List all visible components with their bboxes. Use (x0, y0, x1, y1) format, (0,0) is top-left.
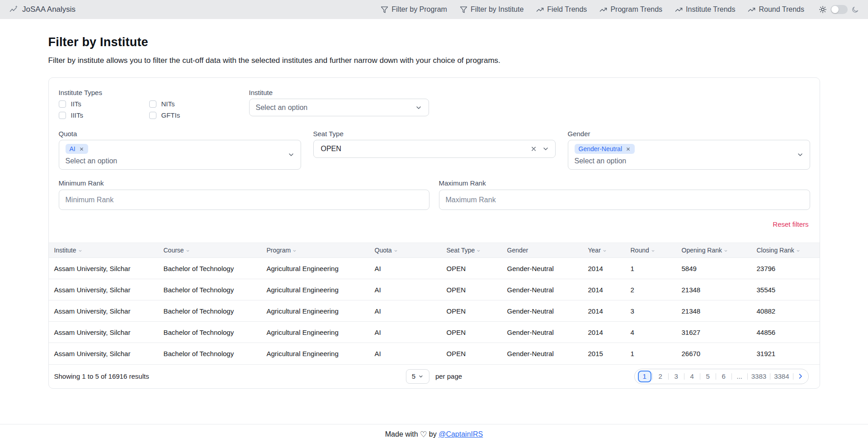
cell: 31627 (676, 322, 751, 343)
clear-icon[interactable] (530, 146, 537, 152)
brand-label: JoSAA Analysis (22, 5, 75, 14)
page-button-2[interactable]: 2 (654, 371, 667, 382)
page-description: Filter by institute allows you to filter… (48, 56, 820, 65)
column-header-seat-type[interactable]: Seat Type (441, 243, 502, 258)
page-button-1[interactable]: 1 (638, 371, 651, 382)
cell: Gender-Neutral (502, 258, 583, 279)
page-button-6[interactable]: 6 (717, 371, 731, 382)
per-page-select[interactable]: 5 (406, 369, 429, 384)
cell: Assam University, Silchar (49, 300, 158, 322)
checkbox-nits[interactable]: NITs (149, 100, 240, 108)
nav-item-label: Filter by Institute (471, 5, 524, 14)
cell: Bachelor of Technology (158, 300, 261, 322)
cell: AI (369, 279, 441, 300)
tag-label: Gender-Neutral (579, 145, 623, 152)
cell: Agricultural Engineering (261, 258, 369, 279)
footer-text-mid: by (429, 430, 437, 438)
checkbox-iits[interactable]: IITs (59, 100, 149, 108)
reset-filters-link[interactable]: Reset filters (773, 220, 808, 228)
checkbox-box (59, 112, 66, 119)
checkbox-box (59, 100, 66, 108)
filter-card: Institute Types IITs NITs IIITs (48, 77, 820, 389)
nav-item-label: Round Trends (759, 5, 804, 14)
page-button-3[interactable]: 3 (670, 371, 683, 382)
institute-label: Institute (249, 89, 429, 96)
checkbox-box (149, 112, 156, 119)
quota-select[interactable]: AI Select an option (59, 140, 301, 170)
nav-item-program-trends[interactable]: Program Trends (599, 5, 662, 14)
column-header-round[interactable]: Round (625, 243, 676, 258)
trending-up-icon (748, 6, 755, 14)
column-label: Year (588, 247, 601, 254)
nav-item-label: Program Trends (610, 5, 662, 14)
institute-select[interactable]: Select an option (249, 99, 429, 116)
max-rank-label: Maximum Rank (439, 179, 810, 187)
gender-field: Gender Gender-Neutral Select an option (568, 130, 810, 170)
page-divider (731, 373, 732, 380)
author-link[interactable]: @CaptainIRS (439, 430, 483, 438)
nav-item-round-trends[interactable]: Round Trends (748, 5, 804, 14)
cell: 44856 (751, 322, 820, 343)
page-divider (700, 373, 700, 380)
cell: 31921 (751, 343, 820, 364)
nav-item-filter-by-institute[interactable]: Filter by Institute (460, 5, 524, 14)
sort-chevron-icon (796, 249, 800, 253)
nav-item-label: Field Trends (547, 5, 587, 14)
page-button-5[interactable]: 5 (701, 371, 715, 382)
column-label: Quota (375, 247, 392, 254)
column-header-course[interactable]: Course (158, 243, 261, 258)
page-divider (793, 373, 793, 380)
filters-panel: Institute Types IITs NITs IIITs (49, 78, 820, 243)
max-rank-input[interactable] (439, 190, 810, 210)
tag-label: AI (70, 145, 75, 152)
nav-item-filter-by-program[interactable]: Filter by Program (381, 5, 447, 14)
cell: OPEN (441, 258, 502, 279)
page-button-4[interactable]: 4 (685, 371, 699, 382)
column-label: Closing Rank (757, 247, 794, 254)
seat-type-select[interactable]: OPEN (313, 140, 556, 158)
checkbox-gftis[interactable]: GFTIs (149, 111, 240, 119)
sort-chevron-icon (476, 249, 481, 253)
nav-item-institute-trends[interactable]: Institute Trends (675, 5, 735, 14)
select-value: OPEN (321, 145, 341, 153)
next-page-button[interactable] (794, 373, 805, 380)
sort-chevron-icon (724, 249, 728, 253)
column-header-closing-rank[interactable]: Closing Rank (751, 243, 820, 258)
column-header-year[interactable]: Year (583, 243, 625, 258)
column-header-quota[interactable]: Quota (369, 243, 441, 258)
funnel-icon (460, 6, 467, 14)
checkbox-label: IIITs (71, 111, 84, 119)
per-page-group: 5 per page (406, 369, 462, 384)
page-button-3383[interactable]: 3383 (749, 371, 769, 382)
gender-select[interactable]: Gender-Neutral Select an option (568, 140, 810, 170)
quota-field: Quota AI Select an option (59, 130, 301, 170)
nav-item-field-trends[interactable]: Field Trends (536, 5, 587, 14)
cell: 3 (625, 300, 676, 322)
column-label: Course (164, 247, 184, 254)
seat-type-field: Seat Type OPEN (313, 130, 556, 158)
heart-icon: ♡ (420, 430, 427, 438)
cell: Gender-Neutral (502, 300, 583, 322)
column-header-program[interactable]: Program (261, 243, 369, 258)
column-header-institute[interactable]: Institute (49, 243, 158, 258)
page-button-3384[interactable]: 3384 (771, 371, 792, 382)
cell: AI (369, 258, 441, 279)
site-footer: Made with♡by @CaptainIRS (0, 424, 868, 438)
institute-types-group: Institute Types IITs NITs IIITs (59, 89, 249, 119)
cell: AI (369, 322, 441, 343)
theme-toggle[interactable] (830, 5, 848, 14)
selected-tag-gender: Gender-Neutral (575, 144, 635, 154)
sort-chevron-icon (651, 249, 655, 253)
cell: 2014 (583, 258, 625, 279)
column-header-opening-rank[interactable]: Opening Rank (676, 243, 751, 258)
gender-label: Gender (568, 130, 810, 138)
cell: 2 (625, 279, 676, 300)
cell: 4 (625, 322, 676, 343)
tag-remove-icon[interactable] (626, 147, 631, 152)
min-rank-input[interactable] (59, 190, 429, 210)
cell: OPEN (441, 279, 502, 300)
institute-types-label: Institute Types (59, 89, 249, 96)
tag-remove-icon[interactable] (79, 147, 84, 152)
cell: 1 (625, 343, 676, 364)
checkbox-iiits[interactable]: IIITs (59, 111, 149, 119)
